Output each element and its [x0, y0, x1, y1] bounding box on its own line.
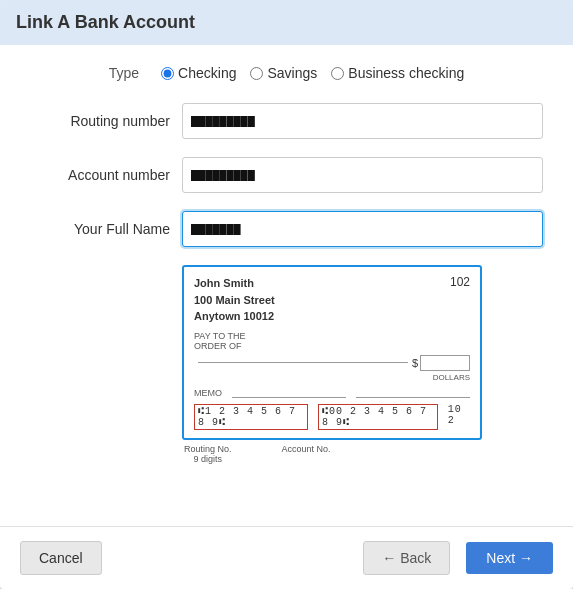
routing-number-row: Routing number — [30, 103, 543, 139]
radio-checking[interactable]: Checking — [161, 65, 236, 81]
check-top: John Smith 100 Main Street Anytown 10012… — [194, 275, 470, 325]
check-micr-line: ⑆1 2 3 4 5 6 7 8 9⑆ ⑆00 2 3 4 5 6 7 8 9⑆… — [194, 404, 470, 430]
radio-savings-label: Savings — [267, 65, 317, 81]
modal-body: Type Checking Savings Business checking … — [0, 45, 573, 526]
check-number: 102 — [450, 275, 470, 325]
micr-check-number: 10 2 — [448, 404, 470, 430]
check-dollars-label: DOLLARS — [194, 373, 470, 382]
radio-savings-input[interactable] — [250, 67, 263, 80]
account-number-input[interactable] — [182, 157, 543, 193]
radio-checking-input[interactable] — [161, 67, 174, 80]
full-name-row: Your Full Name — [30, 211, 543, 247]
cancel-button[interactable]: Cancel — [20, 541, 102, 575]
modal-footer: Cancel ← Back Next → — [0, 526, 573, 589]
account-number-row: Account number — [30, 157, 543, 193]
check-diagram-wrapper: John Smith 100 Main Street Anytown 10012… — [182, 265, 543, 464]
check-payee-line — [198, 362, 408, 363]
account-number-label: Account number — [30, 167, 170, 183]
check-micr-labels: Routing No. 9 digits Account No. — [182, 444, 543, 464]
radio-checking-label: Checking — [178, 65, 236, 81]
check-memo-row: MEMO — [194, 388, 470, 398]
check-sig-line — [356, 388, 470, 398]
check-amount-box — [420, 355, 470, 371]
routing-label: Routing No. 9 digits — [184, 444, 232, 464]
check-diagram: John Smith 100 Main Street Anytown 10012… — [182, 265, 482, 440]
check-memo-label: MEMO — [194, 388, 222, 398]
type-label: Type — [109, 65, 139, 81]
modal-header: Link A Bank Account — [0, 0, 573, 45]
check-pay-row: $ — [194, 355, 470, 371]
check-pay-label: PAY TO THE ORDER OF — [194, 331, 470, 351]
routing-number-label: Routing number — [30, 113, 170, 129]
check-owner: John Smith 100 Main Street Anytown 10012 — [194, 275, 275, 325]
micr-routing: ⑆1 2 3 4 5 6 7 8 9⑆ — [194, 404, 308, 430]
back-button[interactable]: ← Back — [363, 541, 450, 575]
check-dollar-sign: $ — [412, 357, 418, 369]
check-memo-line — [232, 388, 346, 398]
routing-number-input[interactable] — [182, 103, 543, 139]
full-name-label: Your Full Name — [30, 221, 170, 237]
next-button[interactable]: Next → — [466, 542, 553, 574]
full-name-input[interactable] — [182, 211, 543, 247]
footer-right-buttons: ← Back Next → — [363, 541, 553, 575]
account-label: Account No. — [282, 444, 331, 464]
micr-account: ⑆00 2 3 4 5 6 7 8 9⑆ — [318, 404, 438, 430]
radio-business[interactable]: Business checking — [331, 65, 464, 81]
radio-savings[interactable]: Savings — [250, 65, 317, 81]
radio-business-input[interactable] — [331, 67, 344, 80]
radio-business-label: Business checking — [348, 65, 464, 81]
account-type-row: Type Checking Savings Business checking — [30, 65, 543, 81]
link-bank-account-modal: Link A Bank Account Type Checking Saving… — [0, 0, 573, 589]
modal-title: Link A Bank Account — [16, 12, 557, 33]
